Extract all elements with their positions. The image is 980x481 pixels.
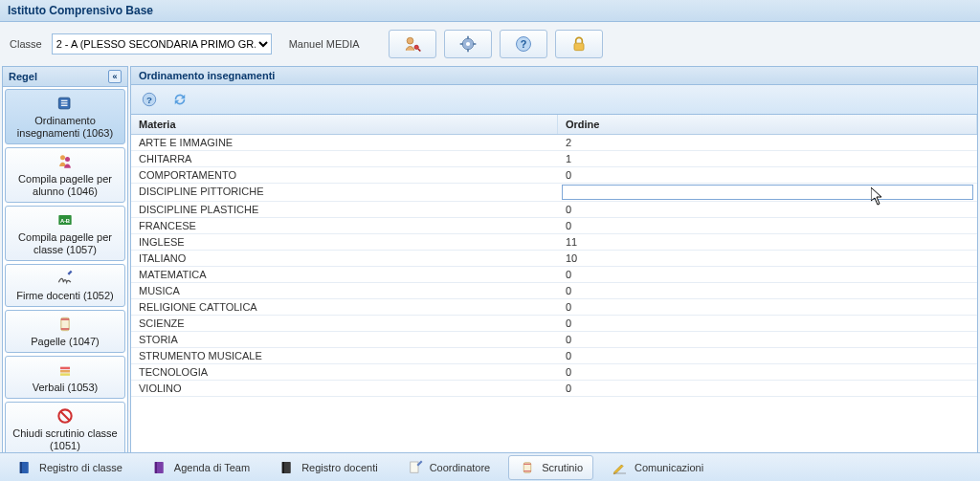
user-key-button[interactable] (389, 30, 436, 58)
sidebar-item-label: Verbali (1053) (8, 382, 122, 394)
table-row[interactable]: COMPORTAMENTO0 (131, 167, 977, 184)
table-row[interactable]: ARTE E IMMAGINE2 (131, 135, 977, 151)
cell-materia: MATEMATICA (131, 267, 558, 282)
sidebar-item-0[interactable]: Ordinamento insegnamenti (1063) (5, 89, 125, 144)
bottom-btn-3[interactable]: Coordinatore (396, 455, 501, 480)
user-name: Manuel MEDIA (289, 38, 360, 50)
sidebar-item-label: Firme docenti (1052) (8, 290, 122, 302)
sidebar-item-label: Ordinamento insegnamenti (1063) (8, 115, 122, 140)
svg-text:?: ? (520, 38, 526, 50)
book-purple-icon (151, 459, 168, 476)
svg-line-24 (60, 411, 70, 421)
bottom-btn-4[interactable]: Scrutinio (508, 455, 593, 480)
bottom-btn-label: Comunicazioni (635, 462, 703, 473)
svg-point-15 (60, 155, 65, 160)
cell-materia: STORIA (131, 332, 558, 347)
panel-help-button[interactable]: ? (137, 89, 162, 110)
bottom-btn-label: Scrutinio (542, 462, 583, 473)
svg-point-16 (65, 157, 70, 162)
svg-text:A·B: A·B (60, 218, 70, 224)
cell-materia: ITALIANO (131, 251, 558, 266)
sidebar: Regel « Ordinamento insegnamenti (1063)C… (2, 66, 128, 456)
bottom-btn-0[interactable]: Registro di classe (6, 455, 133, 480)
table-row[interactable]: DISCIPLINE PITTORICHE (131, 184, 977, 202)
ordering-icon (8, 94, 122, 113)
sidebar-item-label: Compila pagelle per classe (1057) (8, 231, 122, 256)
cell-ordine: 2 (558, 135, 977, 150)
table-row[interactable]: STORIA0 (131, 332, 977, 348)
table-row[interactable]: INGLESE11 (131, 234, 977, 251)
sidebar-item-2[interactable]: A·BCompila pagelle per classe (1057) (5, 206, 125, 261)
table-row[interactable]: SCIENZE0 (131, 316, 977, 332)
help-icon: ? (141, 91, 158, 108)
cell-materia: STRUMENTO MUSICALE (131, 348, 558, 363)
svg-point-3 (466, 42, 470, 46)
svg-rect-14 (61, 105, 68, 106)
sidebar-item-1[interactable]: Compila pagelle per alunno (1046) (5, 147, 125, 203)
svg-rect-13 (61, 102, 68, 103)
pencil-write-icon (612, 459, 629, 476)
table-row[interactable]: CHITARRA1 (131, 151, 977, 167)
svg-rect-21 (60, 370, 70, 373)
table-row[interactable]: TECNOLOGIA0 (131, 364, 977, 381)
table-row[interactable]: VIOLINO0 (131, 381, 977, 397)
cell-materia: FRANCESE (131, 218, 558, 233)
class-select[interactable]: 2 - A (PLESSO SECONDARIA PRIMO GR.) (52, 33, 272, 55)
lock-button[interactable] (555, 30, 603, 58)
help-button[interactable]: ? (500, 30, 547, 58)
abc-board-icon: A·B (8, 210, 122, 230)
help-icon: ? (514, 34, 533, 54)
svg-rect-33 (410, 462, 417, 472)
sidebar-item-4[interactable]: Pagelle (1047) (5, 310, 125, 353)
collapse-sidebar-button[interactable]: « (108, 70, 122, 83)
cell-materia: VIOLINO (131, 381, 558, 396)
table-row[interactable]: DISCIPLINE PLASTICHE0 (131, 202, 977, 218)
sidebar-title: Regel (9, 71, 37, 82)
cell-ordine[interactable] (558, 184, 977, 201)
stack-doc-icon (8, 361, 122, 380)
bottom-btn-1[interactable]: Agenda di Team (141, 455, 260, 480)
bottom-btn-5[interactable]: Comunicazioni (601, 455, 714, 480)
table-row[interactable]: ITALIANO10 (131, 251, 977, 267)
svg-rect-20 (60, 367, 70, 370)
grid: Materia Ordine ARTE E IMMAGINE2CHITARRA1… (131, 115, 977, 455)
table-row[interactable]: FRANCESE0 (131, 218, 977, 234)
cell-materia: SCIENZE (131, 316, 558, 331)
cell-ordine: 0 (558, 267, 977, 282)
svg-text:?: ? (146, 95, 152, 105)
scroll-small-icon (519, 459, 536, 476)
cell-materia: DISCIPLINE PLASTICHE (131, 202, 558, 217)
svg-rect-10 (574, 43, 584, 50)
col-header-materia[interactable]: Materia (131, 115, 558, 134)
table-row[interactable]: MUSICA0 (131, 283, 977, 299)
col-header-ordine[interactable]: Ordine (558, 115, 977, 134)
ordine-input[interactable] (562, 185, 973, 200)
bottom-btn-label: Agenda di Team (174, 462, 250, 473)
cell-materia: INGLESE (131, 234, 558, 250)
sidebar-item-label: Pagelle (1047) (8, 336, 122, 348)
table-row[interactable]: MATEMATICA0 (131, 267, 977, 283)
table-row[interactable]: STRUMENTO MUSICALE0 (131, 348, 977, 364)
table-row[interactable]: RELIGIONE CATTOLICA0 (131, 299, 977, 316)
settings-button[interactable] (444, 30, 492, 58)
cell-ordine: 0 (558, 332, 977, 347)
cell-ordine: 0 (558, 299, 977, 315)
cell-materia: TECNOLOGIA (131, 364, 558, 380)
cell-ordine: 0 (558, 348, 977, 363)
cell-materia: COMPORTAMENTO (131, 167, 558, 183)
sidebar-item-3[interactable]: Firme docenti (1052) (5, 264, 125, 307)
user-key-icon (403, 34, 422, 54)
svg-point-1 (414, 45, 418, 49)
svg-rect-22 (60, 373, 70, 376)
sidebar-item-label: Compila pagelle per alunno (1046) (8, 173, 122, 198)
sidebar-item-6[interactable]: Chiudi scrutinio classe (1051) (5, 402, 125, 455)
bottom-btn-2[interactable]: Registro docenti (268, 455, 389, 480)
signature-icon (8, 269, 122, 288)
app-title: Istituto Comprensivo Base (0, 0, 980, 22)
sidebar-item-5[interactable]: Verbali (1053) (5, 356, 125, 399)
cell-ordine: 0 (558, 316, 977, 331)
bottom-btn-label: Coordinatore (430, 462, 491, 473)
svg-rect-12 (61, 100, 68, 101)
refresh-button[interactable] (167, 89, 192, 110)
lock-icon (569, 34, 589, 54)
